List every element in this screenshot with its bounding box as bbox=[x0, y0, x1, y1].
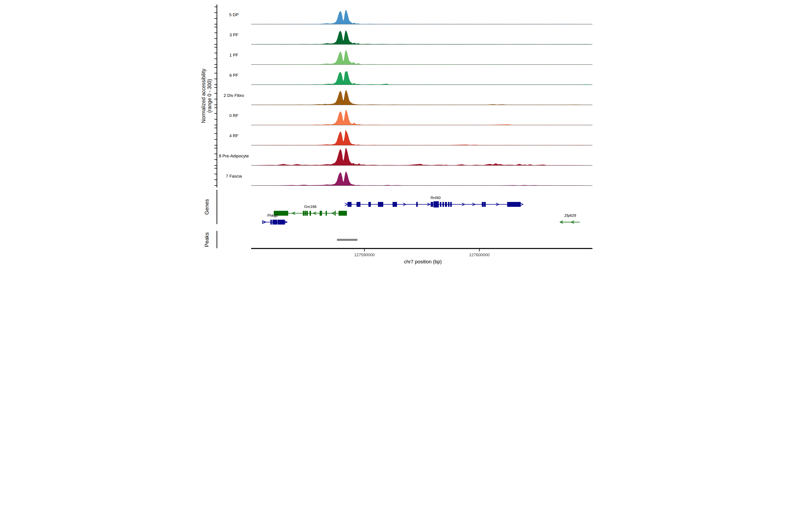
gene-exon bbox=[347, 202, 352, 207]
gene-exon bbox=[303, 211, 304, 216]
gene-exon bbox=[368, 202, 371, 207]
gene-label-zfp629: Zfp629 bbox=[564, 213, 576, 218]
gene-exon bbox=[484, 202, 486, 207]
track-0-rf: 0 RF bbox=[214, 108, 592, 125]
gene-exon bbox=[278, 220, 285, 225]
track-signal-4-rf bbox=[251, 130, 592, 145]
peaks-panel bbox=[337, 239, 358, 241]
gene-exon bbox=[310, 211, 311, 216]
track-label-7-fascia: 7 Fascia bbox=[226, 174, 242, 178]
track-label-4-rf: 4 RF bbox=[229, 133, 238, 138]
gene-exon bbox=[507, 202, 521, 207]
track-4-rf: 4 RF bbox=[214, 128, 592, 145]
track-signal-0-rf bbox=[251, 110, 592, 125]
gene-exon bbox=[431, 202, 433, 207]
gene-rnf40: Rnf40 bbox=[345, 196, 523, 208]
figure-canvas: Normalized accessibility (range 0 - 300)… bbox=[200, 0, 598, 266]
gene-zfp629: Zfp629 bbox=[560, 213, 580, 224]
gene-exon bbox=[393, 202, 397, 207]
track-label-1-pf: 1 PF bbox=[229, 53, 238, 57]
track-label-3-pf: 3 PF bbox=[229, 33, 238, 37]
gene-exon bbox=[416, 202, 418, 207]
y-axis-label-line1: Normalized accessibility bbox=[201, 69, 206, 123]
track-label-2-div-fibro: 2 Div Fibro bbox=[224, 93, 244, 98]
track-5-dp: 5 DP bbox=[214, 7, 592, 24]
gene-exon bbox=[306, 211, 308, 216]
gene-label-gm166: Gm166 bbox=[304, 205, 317, 209]
gene-exon bbox=[270, 220, 272, 225]
genes-section-label: Genes bbox=[204, 199, 210, 215]
track-signal-6-pf bbox=[251, 71, 592, 85]
track-1-pf: 1 PF bbox=[214, 47, 592, 64]
x-axis-ticks: 127590000127600000 bbox=[354, 248, 490, 257]
gene-exon bbox=[320, 211, 322, 216]
gene-exon bbox=[448, 202, 450, 207]
track-signal-7-fascia bbox=[251, 172, 592, 186]
accessibility-tracks-panel: 5 DP3 PF1 PF6 PF2 Div Fibro0 RF4 RF8 Pre… bbox=[214, 7, 592, 186]
track-3-pf: 3 PF bbox=[214, 27, 592, 44]
track-signal-1-pf bbox=[251, 50, 592, 64]
track-label-5-dp: 5 DP bbox=[229, 13, 239, 17]
gene-exon bbox=[442, 202, 444, 207]
genome-browser-figure: Normalized accessibility (range 0 - 300)… bbox=[200, 0, 598, 266]
track-2-div-fibro: 2 Div Fibro bbox=[214, 88, 592, 105]
track-signal-2-div-fibro bbox=[251, 90, 592, 105]
gene-exon bbox=[445, 202, 447, 207]
gene-label-rnf40: Rnf40 bbox=[431, 196, 440, 200]
strand-arrow-right-icon bbox=[345, 203, 347, 206]
track-8-pre-adipocyte: 8 Pre-Adipocyte bbox=[214, 148, 592, 166]
x-axis-title: chr7 position (bp) bbox=[404, 259, 442, 264]
gene-models-panel: Rnf40Gm166Phkg2Zfp629 bbox=[263, 196, 580, 225]
gene-exon bbox=[326, 211, 327, 216]
peaks-section-label: Peaks bbox=[204, 232, 210, 247]
gene-exon bbox=[305, 211, 306, 216]
track-signal-8-pre-adipocyte bbox=[251, 148, 592, 166]
gene-exon bbox=[357, 202, 360, 207]
gene-exon bbox=[272, 220, 277, 225]
peak-region-bar bbox=[337, 239, 358, 241]
gene-exon bbox=[440, 202, 441, 207]
gene-exon bbox=[434, 201, 439, 208]
x-tick-label: 127590000 bbox=[354, 252, 375, 257]
x-tick-label: 127600000 bbox=[469, 252, 490, 257]
track-label-8-pre-adipocyte: 8 Pre-Adipocyte bbox=[219, 154, 249, 158]
track-7-fascia: 7 Fascia bbox=[214, 168, 592, 186]
track-signal-5-dp bbox=[251, 10, 592, 24]
track-label-0-rf: 0 RF bbox=[229, 113, 238, 118]
gene-label-phkg2: Phkg2 bbox=[267, 213, 278, 218]
gene-exon bbox=[450, 202, 452, 207]
gene-exon bbox=[339, 211, 347, 216]
track-signal-3-pf bbox=[251, 31, 592, 44]
track-6-pf: 6 PF bbox=[214, 68, 592, 85]
gene-exon bbox=[378, 202, 383, 207]
gene-gm166: Gm166 bbox=[274, 205, 347, 216]
track-label-6-pf: 6 PF bbox=[229, 73, 238, 78]
gene-exon bbox=[335, 211, 336, 216]
gene-exon bbox=[482, 202, 484, 207]
y-axis-label-line2: (range 0 - 300) bbox=[207, 79, 212, 113]
